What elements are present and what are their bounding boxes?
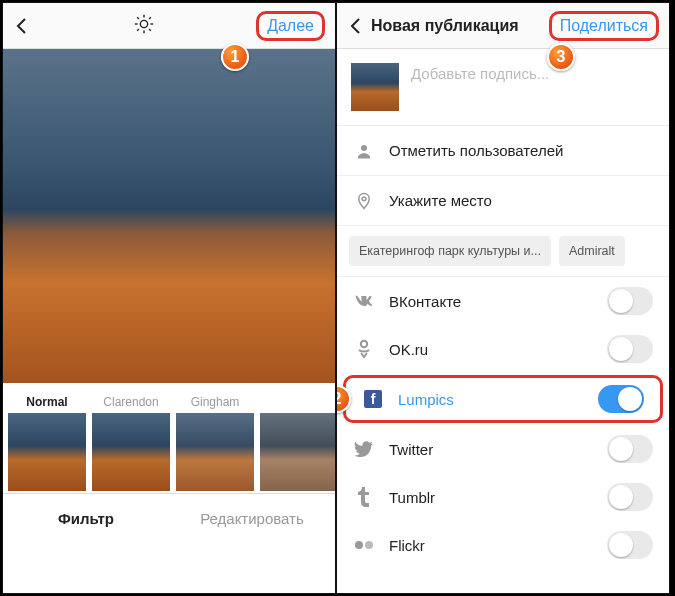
flickr-icon xyxy=(353,539,375,551)
tab-filter[interactable]: Фильтр xyxy=(3,494,169,543)
header: Далее 1 xyxy=(3,3,335,49)
callout-badge-1: 1 xyxy=(221,43,249,71)
person-icon xyxy=(353,142,375,160)
filter-item[interactable] xyxy=(257,391,335,493)
tag-users-row[interactable]: Отметить пользователей xyxy=(337,126,669,176)
tag-users-label: Отметить пользователей xyxy=(389,142,653,159)
brightness-icon[interactable] xyxy=(31,13,256,39)
toggle[interactable] xyxy=(607,483,653,511)
callout-badge-3: 3 xyxy=(547,43,575,71)
social-label: Lumpics xyxy=(398,391,584,408)
toggle[interactable] xyxy=(598,385,644,413)
location-chip[interactable]: Admiralt xyxy=(559,236,625,266)
caption-input[interactable]: Добавьте подпись... xyxy=(411,63,655,111)
toggle[interactable] xyxy=(607,531,653,559)
svg-point-0 xyxy=(140,20,147,27)
share-button[interactable]: Поделиться xyxy=(549,11,659,41)
svg-line-7 xyxy=(137,29,139,31)
filter-strip[interactable]: Normal Clarendon Gingham xyxy=(3,383,335,493)
social-row-tumblr[interactable]: Tumblr xyxy=(337,473,669,521)
filter-item[interactable]: Clarendon xyxy=(89,391,173,493)
back-button[interactable] xyxy=(347,17,365,35)
toggle[interactable] xyxy=(607,335,653,363)
pin-icon xyxy=(353,191,375,211)
tumblr-icon xyxy=(353,487,375,507)
svg-line-6 xyxy=(149,29,151,31)
svg-line-5 xyxy=(137,17,139,19)
svg-point-11 xyxy=(361,341,367,347)
svg-line-8 xyxy=(149,17,151,19)
back-button[interactable] xyxy=(13,17,31,35)
ok-icon xyxy=(353,339,375,359)
social-label: ВКонтакте xyxy=(389,293,593,310)
social-label: OK.ru xyxy=(389,341,593,358)
social-label: Flickr xyxy=(389,537,593,554)
toggle[interactable] xyxy=(607,435,653,463)
filter-item[interactable]: Normal xyxy=(5,391,89,493)
facebook-icon: f xyxy=(362,390,384,408)
location-chips: Екатерингоф парк культуры и... Admiralt xyxy=(337,226,669,277)
twitter-icon xyxy=(353,441,375,457)
bottom-tabs: Фильтр Редактировать xyxy=(3,493,335,543)
svg-point-12 xyxy=(355,541,363,549)
social-label: Tumblr xyxy=(389,489,593,506)
social-label: Twitter xyxy=(389,441,593,458)
publish-screen: Новая публикация Поделиться 3 Добавьте п… xyxy=(336,2,670,594)
vk-icon xyxy=(353,294,375,308)
location-row[interactable]: Укажите место xyxy=(337,176,669,226)
page-title: Новая публикация xyxy=(365,17,549,35)
toggle[interactable] xyxy=(607,287,653,315)
social-row-twitter[interactable]: Twitter xyxy=(337,425,669,473)
caption-row: Добавьте подпись... xyxy=(337,49,669,126)
filter-screen: Далее 1 Normal Clarendon Gingham Фильтр … xyxy=(2,2,336,594)
svg-point-13 xyxy=(365,541,373,549)
social-row-vk[interactable]: ВКонтакте xyxy=(337,277,669,325)
social-row-ok[interactable]: OK.ru xyxy=(337,325,669,373)
next-button[interactable]: Далее xyxy=(256,11,325,41)
location-chip[interactable]: Екатерингоф парк культуры и... xyxy=(349,236,551,266)
location-label: Укажите место xyxy=(389,192,653,209)
social-row-facebook[interactable]: f Lumpics xyxy=(343,375,663,423)
svg-point-10 xyxy=(362,196,366,200)
header: Новая публикация Поделиться 3 xyxy=(337,3,669,49)
photo-thumb[interactable] xyxy=(351,63,399,111)
photo-preview[interactable] xyxy=(3,49,335,383)
filter-item[interactable]: Gingham xyxy=(173,391,257,493)
svg-point-9 xyxy=(361,145,367,151)
social-row-flickr[interactable]: Flickr xyxy=(337,521,669,569)
tab-edit[interactable]: Редактировать xyxy=(169,494,335,543)
